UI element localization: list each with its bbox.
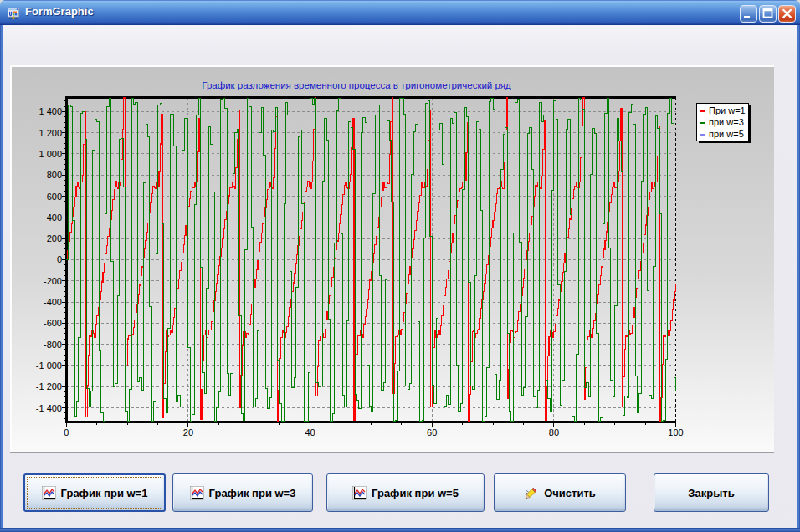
svg-text:80: 80: [549, 427, 559, 437]
svg-text:График разложения временного п: График разложения временного процесса в …: [202, 80, 511, 90]
svg-text:-600: -600: [44, 318, 62, 328]
svg-text:600: 600: [47, 192, 62, 202]
svg-text:0: 0: [57, 254, 62, 264]
svg-text:0: 0: [64, 427, 69, 437]
svg-text:1 000: 1 000: [38, 149, 62, 159]
svg-text:1 400: 1 400: [38, 106, 62, 116]
svg-text:20: 20: [183, 427, 193, 437]
svg-text:1 200: 1 200: [38, 128, 62, 138]
svg-text:200: 200: [47, 233, 62, 243]
svg-text:100: 100: [668, 427, 683, 437]
svg-text:-800: -800: [44, 340, 62, 350]
svg-text:400: 400: [47, 212, 62, 223]
svg-text:-1 200: -1 200: [36, 381, 62, 391]
svg-text:-1 400: -1 400: [36, 403, 62, 413]
svg-text:-400: -400: [44, 297, 62, 307]
svg-text:800: 800: [47, 170, 62, 180]
svg-text:40: 40: [305, 427, 315, 437]
svg-text:при w=3: при w=3: [709, 117, 744, 127]
svg-text:60: 60: [427, 427, 437, 437]
svg-text:при w=5: при w=5: [709, 129, 744, 139]
svg-text:-200: -200: [44, 276, 62, 286]
svg-text:-1 000: -1 000: [36, 361, 62, 371]
svg-text:При w=1: При w=1: [709, 105, 746, 115]
